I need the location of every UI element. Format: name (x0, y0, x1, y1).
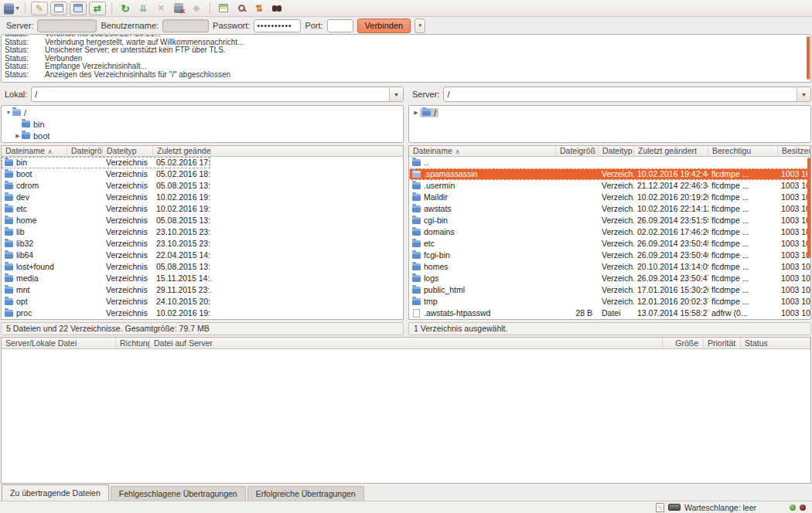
file-row[interactable]: awstatsVerzeich...10.02.2016 22:14:12flc… (409, 203, 810, 215)
column-header-dateityp[interactable]: Dateityp (599, 146, 634, 156)
local-path-value[interactable]: / (32, 87, 389, 101)
cancel-button[interactable] (153, 2, 169, 15)
file-row[interactable]: lib32Verzeichnis23.10.2015 23:... (2, 238, 403, 250)
tree-expander-icon[interactable]: ▶ (412, 110, 420, 116)
local-file-list: Dateiname∧DateigrößeDateitypZuletzt geän… (1, 145, 404, 320)
connect-button[interactable]: Verbinden (357, 19, 411, 33)
toggle-remote-tree-button[interactable] (70, 2, 87, 15)
file-row[interactable]: domainsVerzeich...02.02.2016 17:46:26flc… (409, 226, 810, 238)
filter-button[interactable] (216, 2, 231, 15)
remote-tree-item[interactable]: ▶/ (409, 107, 810, 118)
file-row[interactable]: mediaVerzeichnis15.11.2015 14:... (2, 273, 403, 284)
remote-path-dropdown-icon[interactable]: ▼ (797, 87, 810, 101)
username-input[interactable] (162, 19, 209, 32)
file-name: .usermin (424, 180, 455, 192)
queue-column-richtung[interactable]: Richtung (116, 338, 150, 348)
queue-column-gr-e[interactable]: Größe (663, 338, 704, 348)
column-header-zuletzt-ge-ndert[interactable]: Zuletzt geändert (153, 146, 211, 156)
file-row[interactable]: lost+foundVerzeichnis05.08.2015 13:... (2, 261, 403, 273)
tab-zu-bertragende-dateien[interactable]: Zu übertragende Dateien (2, 484, 109, 501)
file-size-cell (67, 250, 103, 261)
column-header-dateigr-e[interactable]: Dateigröße (67, 146, 103, 156)
server-input[interactable] (37, 19, 97, 32)
file-name-cell: opt (2, 296, 67, 307)
password-input[interactable]: •••••••••• (254, 19, 301, 32)
folder-icon (5, 252, 13, 259)
toggle-log-button[interactable] (31, 2, 48, 15)
site-manager-button[interactable]: ▾ (4, 2, 19, 15)
port-input[interactable] (327, 19, 353, 32)
column-header-besitzer-gr[interactable]: Besitzer/Gr (778, 146, 810, 156)
connect-dropdown-button[interactable]: ▾ (415, 19, 425, 33)
remote-file-list: Dateiname∧DateigrößDateitypZuletzt geänd… (408, 145, 811, 320)
find-button[interactable] (269, 2, 285, 15)
file-row[interactable]: .awstats-htpasswd28 BDatei13.07.2014 15:… (409, 307, 810, 319)
file-row[interactable]: fcgi-binVerzeich...26.09.2014 23:50:46fl… (409, 250, 810, 261)
file-row[interactable]: bootVerzeichnis05.02.2016 18:... (2, 168, 403, 180)
file-row[interactable]: cdromVerzeichnis05.08.2015 13:... (2, 180, 403, 192)
tree-selected-item[interactable]: / (420, 108, 438, 117)
file-row[interactable]: procVerzeichnis10.02.2016 19:... (2, 307, 403, 319)
file-modified-cell: 23.10.2015 23:... (153, 226, 211, 238)
file-row[interactable]: homesVerzeich...20.10.2014 13:14:09flcdm… (409, 261, 810, 273)
file-type-cell: Verzeichnis (103, 226, 153, 238)
file-row[interactable]: public_htmlVerzeich...17.01.2016 15:30:2… (409, 284, 810, 296)
queue-tabs: Zu übertragende DateienFehlgeschlagene Ü… (0, 484, 812, 501)
disconnect-button[interactable] (171, 2, 186, 15)
file-row[interactable]: lib64Verzeichnis22.04.2015 14:... (2, 250, 403, 261)
column-header-zuletzt-ge-ndert[interactable]: Zuletzt geändert (634, 146, 708, 156)
local-tree-item[interactable]: bin (2, 118, 403, 130)
speed-limit-icon[interactable]: ϟ (656, 503, 664, 512)
refresh-button[interactable] (118, 2, 133, 15)
file-row[interactable]: tmpVerzeich...12.01.2016 20:02:37flcdmpe… (409, 296, 810, 307)
file-row[interactable]: optVerzeichnis24.10.2015 20:... (2, 296, 403, 307)
column-header-dateiname[interactable]: Dateiname∧ (409, 146, 556, 156)
file-modified-cell: 26.09.2014 23:50:47 (634, 273, 708, 284)
file-row[interactable]: .spamassassinVerzeich...10.02.2016 19:42… (409, 168, 810, 180)
column-header-dateigr-[interactable]: Dateigröß (556, 146, 599, 156)
column-header-dateityp[interactable]: Dateityp (103, 146, 153, 156)
file-row[interactable]: MaildirVerzeich...10.02.2016 20:19:26flc… (409, 192, 810, 203)
file-row[interactable]: cgi-binVerzeich...26.09.2014 23:51:59flc… (409, 215, 810, 226)
file-row[interactable]: mntVerzeichnis29.11.2015 23:... (2, 284, 403, 296)
process-queue-button[interactable] (135, 2, 151, 15)
remote-path-value[interactable]: / (444, 87, 797, 101)
file-name: opt (16, 296, 28, 307)
local-path-dropdown-icon[interactable]: ▼ (389, 87, 403, 101)
file-row[interactable]: etcVerzeich...26.09.2014 23:50:45flcdmpe… (409, 238, 810, 250)
log-scrollbar[interactable] (807, 36, 810, 80)
local-tree-item[interactable]: ▶boot (2, 130, 403, 141)
remote-list-scrollbar[interactable] (807, 158, 810, 258)
queue-column-priorit-t[interactable]: Priorität (704, 338, 741, 348)
file-name-cell: bin (2, 157, 67, 168)
toggle-local-tree-button[interactable] (50, 2, 67, 15)
remote-path-combo[interactable]: / ▼ (443, 87, 811, 102)
file-row[interactable]: libVerzeichnis23.10.2015 23:... (2, 226, 403, 238)
tree-expander-icon[interactable]: ▶ (14, 133, 22, 139)
file-name-cell: cdrom (2, 180, 67, 192)
folder-icon (412, 194, 421, 201)
file-modified-cell: 29.11.2015 23:... (153, 284, 211, 296)
queue-column-status[interactable]: Status (741, 338, 810, 348)
sync-browsing-button[interactable] (251, 2, 267, 15)
comparison-button[interactable] (234, 2, 249, 15)
file-row[interactable]: .. (409, 157, 810, 168)
column-header-berechtigu[interactable]: Berechtigu (708, 146, 778, 156)
file-row[interactable]: homeVerzeichnis05.08.2015 13:... (2, 215, 403, 226)
tab-fehlgeschlagene-bertragungen[interactable]: Fehlgeschlagene Übertragungen (111, 486, 246, 501)
queue-column-server-lokale-datei[interactable]: Server/Lokale Datei (2, 338, 116, 348)
local-path-combo[interactable]: / ▼ (31, 87, 404, 102)
file-row[interactable]: etcVerzeichnis10.02.2016 19:... (2, 203, 403, 215)
file-name-cell: homes (409, 261, 556, 273)
toggle-queue-button[interactable] (89, 2, 106, 15)
file-row[interactable]: logsVerzeich...26.09.2014 23:50:47flcdmp… (409, 273, 810, 284)
file-row[interactable]: binVerzeichnis05.02.2016 17:... (2, 157, 403, 168)
local-tree-item[interactable]: ▼/ (2, 107, 403, 118)
file-row[interactable]: devVerzeichnis10.02.2016 19:... (2, 192, 403, 203)
queue-column-datei-auf-server[interactable]: Datei auf Server (150, 338, 663, 348)
reconnect-button[interactable] (189, 2, 204, 15)
tree-expander-icon[interactable]: ▼ (5, 110, 12, 115)
column-header-dateiname[interactable]: Dateiname∧ (2, 146, 67, 156)
file-row[interactable]: .userminVerzeich...21.12.2014 22:46:34fl… (409, 180, 810, 192)
tab-erfolgreiche-bertragungen[interactable]: Erfolgreiche Übertragungen (247, 486, 364, 501)
